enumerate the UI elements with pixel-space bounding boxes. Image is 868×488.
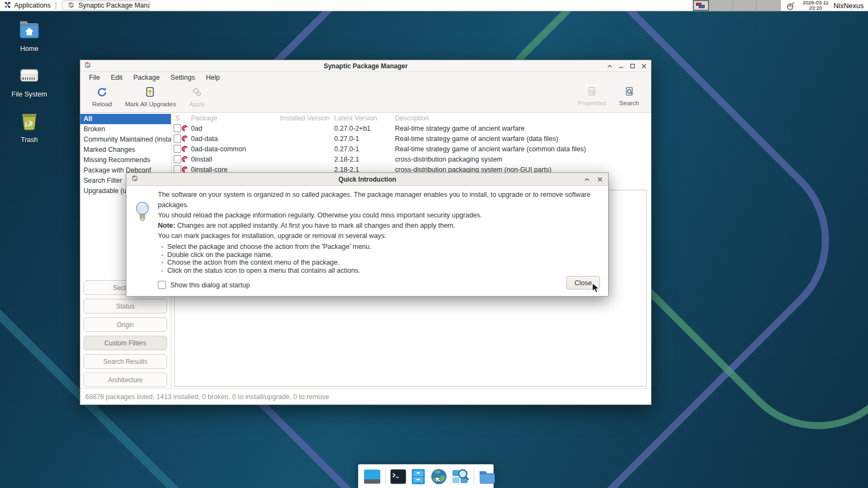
bullet-item: -Select the package and choose the actio…	[161, 243, 601, 251]
intro-paragraph-4: You can mark packages for installation, …	[158, 231, 601, 241]
table-row[interactable]: 0install 2.18-2.1 cross-distribution pac…	[171, 154, 651, 164]
dialog-titlebar[interactable]: Quick Introduction	[126, 173, 608, 186]
desktop-icon-home[interactable]: Home	[3, 18, 55, 53]
minimize-window-button[interactable]	[617, 62, 625, 70]
workspace-1[interactable]	[693, 0, 709, 11]
menu-edit[interactable]: Edit	[105, 72, 128, 83]
reload-icon	[96, 86, 108, 99]
apply-button[interactable]: Apply	[182, 85, 211, 108]
package-status-checkbox[interactable]	[174, 145, 181, 153]
taskbar-window-button[interactable]: Synaptic Package Mana...	[62, 1, 150, 10]
search-button[interactable]: Search	[613, 85, 646, 107]
menu-settings[interactable]: Settings	[165, 72, 200, 83]
workspace-2[interactable]	[709, 0, 733, 11]
search-results-button[interactable]: Search Results	[84, 354, 167, 369]
apply-icon	[191, 86, 203, 99]
shade-window-button[interactable]	[605, 62, 614, 70]
intro-paragraph-1: The software on your system is organized…	[158, 190, 601, 210]
package-description: cross-distribution packaging system	[395, 156, 651, 163]
menu-package[interactable]: Package	[128, 72, 165, 83]
column-header-status[interactable]: S	[171, 114, 191, 122]
filter-item-missing-recommends[interactable]: Missing Recommends	[80, 155, 171, 165]
table-row[interactable]: 0ad 0.27.0-2+b1 Real-time strategy game …	[171, 123, 651, 133]
terminal-icon[interactable]	[390, 469, 406, 484]
reload-button[interactable]: Reload	[86, 85, 118, 108]
menu-file[interactable]: File	[84, 72, 105, 83]
filter-item-community-maintained[interactable]: Community Maintained (instal	[80, 134, 171, 145]
filter-item-broken[interactable]: Broken	[80, 124, 171, 134]
properties-button[interactable]: Properties	[571, 85, 612, 107]
web-browser-globe-icon[interactable]	[430, 468, 448, 485]
status-button[interactable]: Status	[84, 299, 167, 313]
package-description: Real-time strategy game of ancient warfa…	[395, 135, 651, 143]
applications-menu-button[interactable]: Applications	[0, 0, 54, 11]
properties-label: Properties	[578, 100, 606, 106]
home-folder-icon	[3, 18, 55, 43]
file-manager-folder-icon[interactable]	[478, 469, 496, 484]
dock-separator	[385, 468, 386, 485]
mark-all-upgrades-button[interactable]: Mark All Upgrades	[118, 85, 182, 108]
custom-filters-button[interactable]: Custom Filters	[84, 336, 167, 350]
architecture-button[interactable]: Architecture	[84, 373, 167, 387]
column-header-package[interactable]: Package	[191, 114, 280, 122]
panel-clock[interactable]: 2026-03-11 23:20	[802, 0, 828, 11]
origin-button[interactable]: Origin	[84, 317, 167, 332]
application-finder-icon[interactable]	[452, 468, 469, 485]
shade-dialog-button[interactable]	[583, 175, 591, 183]
intro-bullet-list: -Select the package and choose the actio…	[161, 243, 601, 274]
lightbulb-icon	[135, 201, 150, 224]
xfce-logo-icon	[4, 1, 11, 10]
table-row[interactable]: 0ad-data-common 0.27.0-1 Real-time strat…	[171, 144, 651, 154]
latest-version: 2.18-2.1	[334, 156, 395, 163]
filter-item-marked-changes[interactable]: Marked Changes	[80, 145, 171, 155]
trash-can-icon	[3, 110, 55, 134]
close-window-button[interactable]	[640, 62, 648, 70]
package-status-checkbox[interactable]	[174, 134, 181, 143]
top-panel: Applications Synaptic Package Mana...	[0, 0, 868, 11]
package-name: 0install	[191, 156, 280, 163]
mark-all-upgrades-icon	[144, 86, 156, 99]
filter-item-all[interactable]: All	[80, 114, 171, 124]
workspace-4[interactable]	[757, 0, 781, 11]
package-status-checkbox[interactable]	[174, 124, 181, 132]
desktop-icon-label: File System	[11, 91, 47, 98]
desktop-icon-trash[interactable]: Trash	[3, 110, 55, 144]
debian-swirl-icon	[181, 145, 191, 152]
close-dialog-button[interactable]	[596, 175, 604, 183]
user-menu[interactable]: NixNexus	[833, 2, 864, 10]
show-desktop-icon[interactable]	[363, 469, 381, 484]
status-bar-text: 68876 packages listed, 1413 installed, 0…	[85, 393, 329, 401]
latest-version: 0.27.0-2+b1	[334, 125, 395, 132]
column-header-description[interactable]: Description	[395, 114, 651, 122]
clock-time: 23:20	[802, 5, 828, 11]
intro-paragraph-note: Note: Changes are not applied instantly.…	[158, 221, 601, 231]
latest-version: 0.27.0-1	[334, 135, 395, 143]
desktop-icon-filesystem[interactable]: File System	[3, 64, 55, 98]
table-row[interactable]: 0ad-data 0.27.0-1 Real-time strategy gam…	[171, 133, 651, 144]
maximize-window-button[interactable]	[628, 62, 636, 70]
panel-grip-handle[interactable]	[55, 2, 58, 9]
status-bar: 68876 packages listed, 1413 installed, 0…	[80, 388, 651, 404]
column-header-latest-version[interactable]: Latest Version	[334, 114, 395, 122]
mark-all-upgrades-label: Mark All Upgrades	[125, 101, 176, 107]
show-dialog-at-startup-checkbox[interactable]	[158, 281, 166, 289]
menu-bar: File Edit Package Settings Help	[80, 72, 651, 83]
intro-paragraph-2: You should reload the package informatio…	[158, 210, 601, 221]
desktop-icon-label: Home	[20, 45, 38, 53]
mouse-settings-tray-icon[interactable]	[786, 1, 795, 10]
column-header-installed-version[interactable]: Installed Version	[280, 114, 334, 122]
workspace-3[interactable]	[733, 0, 757, 11]
debian-swirl-icon	[181, 135, 191, 142]
package-name: 0ad-data	[191, 135, 280, 143]
file-cabinet-icon[interactable]	[411, 468, 426, 485]
window-title: Synaptic Package Manager	[80, 62, 651, 70]
package-description: Real-time strategy game of ancient warfa…	[395, 145, 651, 153]
menu-help[interactable]: Help	[201, 72, 226, 83]
quick-introduction-dialog: Quick Introduction	[126, 172, 609, 297]
desktop-icon-label: Trash	[21, 136, 38, 144]
window-titlebar[interactable]: Synaptic Package Manager	[80, 60, 651, 72]
mouse-cursor	[592, 282, 600, 296]
show-dialog-at-startup-label: Show this dialog at startup	[170, 281, 250, 289]
package-name: 0ad-data-common	[191, 145, 280, 153]
package-status-checkbox[interactable]	[174, 155, 181, 163]
